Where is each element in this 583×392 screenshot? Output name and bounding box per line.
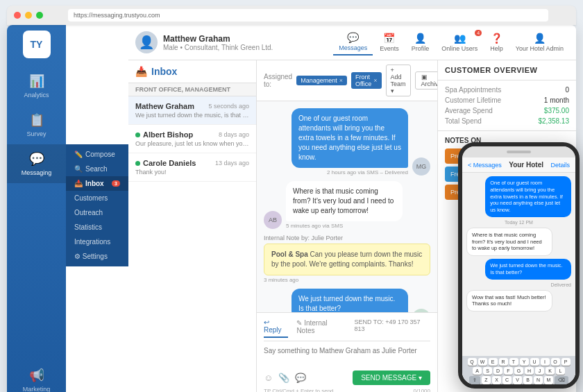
add-team-button[interactable]: + Add Team ▾ [386,65,411,96]
sidebar-sub-search[interactable]: 🔍Search [66,162,128,176]
phone-msg-1: One of our guest room attendants will br… [466,176,571,217]
kb-key-z[interactable]: Z [482,376,491,384]
url-bar[interactable]: https://messaging.trustyou.com [74,12,160,19]
phone-bubble-3: We just turned down the music. Is that b… [485,259,571,280]
msg-avatar-1: MG [412,157,430,176]
tag-frontoffice[interactable]: Front Office × [351,72,382,89]
tag-close-frontoffice[interactable]: × [373,77,377,84]
inbox-item-preview-2: Thank you! [135,169,249,176]
sidebar-item-analytics[interactable]: 📊 Analytics [7,67,66,105]
message-3-note: Internal Note by: Julie Porter Pool & Sp… [264,235,430,283]
kb-key-w[interactable]: W [478,358,487,366]
compose-icon: ✏️ [74,151,83,158]
reply-char-count: 0/1000 [414,388,430,392]
kb-key-q[interactable]: Q [468,358,477,366]
inbox-item-1[interactable]: Albert Bishop 8 days ago Our pleasure, j… [128,125,256,153]
nav-online-users[interactable]: 👥 4 Online Users [436,30,483,55]
tag-management[interactable]: Management × [296,76,347,85]
sidebar-sub-statistics[interactable]: Statistics [66,220,128,235]
kb-key-n[interactable]: N [534,376,543,384]
inbox-item-header-1: Albert Bishop 8 days ago [135,130,249,139]
phone-details[interactable]: Details [550,162,570,169]
nav-profile[interactable]: 👤 Profile [406,30,435,55]
reply-tabs: ↩ Reply ✎ Internal Notes SEND TO: +49 17… [264,318,430,341]
stat-row-lifetime: Customer Lifetime 1 month [445,96,569,104]
archive-button[interactable]: ▣ Archive [415,71,437,90]
reply-tab-notes[interactable]: ✎ Internal Notes [296,318,346,338]
reply-input[interactable] [264,346,430,365]
kb-key-v[interactable]: V [513,376,522,384]
kb-key-x[interactable]: X [492,376,501,384]
sidebar-sub-customers[interactable]: Customers [66,191,128,205]
kb-key-o[interactable]: O [551,358,560,366]
message-area: Assigned to: Management × Front Office ×… [257,60,437,392]
chat-icon[interactable]: 💬 [295,373,306,383]
kb-key-m[interactable]: M [544,376,553,384]
sidebar-sub-integrations[interactable]: Integrations [66,235,128,249]
nav-admin[interactable]: 👤 Your Hotel Admin [510,30,569,55]
kb-key-k[interactable]: K [546,367,555,375]
inbox-item-2[interactable]: Carole Daniels 13 days ago Thank you! [128,153,256,182]
kb-key-i[interactable]: I [541,358,550,366]
msg-meta-2: 5 minutes ago via SMS [286,223,403,229]
phone-time-1: Today 12 PM [466,220,571,225]
kb-key-r[interactable]: R [499,358,508,366]
kb-key-space[interactable]: space [495,386,555,389]
sidebar-item-marketing[interactable]: 📢 Marketing [7,361,66,392]
nav-messages[interactable]: 💬 Messages [333,29,373,56]
inbox-item-header-0: Mathew Graham 5 seconds ago [135,102,249,110]
kb-key-backspace[interactable]: ⌫ [555,376,568,384]
inbox-badge: 3 [112,180,120,187]
sidebar-item-messaging[interactable]: 💬 Messaging ✏️Compose 🔍Search 📥Inbox 3 C… [7,144,66,183]
kb-key-l[interactable]: L [556,367,565,375]
phone-header: < Messages Your Hotel Details [462,157,575,173]
avatar: 👤 [135,31,158,53]
reply-hint: TP Ctrl/Cmd + Enter to send. [264,388,335,392]
sidebar-item-survey[interactable]: 📋 Survey [7,105,66,144]
reply-send-to: SEND TO: +49 170 357 813 [355,318,431,338]
send-message-button[interactable]: SEND MESSAGE ▾ [353,370,430,385]
kb-key-y[interactable]: Y [520,358,529,366]
sidebar-sub-compose[interactable]: ✏️Compose [66,147,128,162]
nav-admin-label: Your Hotel Admin [516,45,564,52]
sidebar-sub-settings[interactable]: ⚙ Settings [66,249,128,264]
kb-key-shift[interactable]: ⇧ [469,376,480,384]
kb-key-u[interactable]: U [530,358,539,366]
phone-back[interactable]: < Messages [468,162,502,169]
stat-value-total-spend: $2,358.13 [539,117,570,125]
kb-key-p[interactable]: P [561,358,571,366]
kb-key-g[interactable]: G [514,367,523,375]
kb-key-f[interactable]: F [504,367,513,375]
sidebar: TY 📊 Analytics 📋 Survey 💬 Messaging ✏️Co… [7,25,66,392]
emoji-icon[interactable]: ☺ [264,373,273,383]
kb-key-j[interactable]: J [535,367,544,375]
kb-key-b[interactable]: B [523,376,532,384]
window-close-dot[interactable] [14,12,21,19]
msg-content-2: Where is that music coming from? It's ve… [286,181,403,229]
attachment-icon[interactable]: 📎 [278,373,289,383]
kb-key-t[interactable]: T [509,358,518,366]
kb-key-h[interactable]: H [525,367,534,375]
kb-key-s[interactable]: S [483,367,492,375]
window-minimize-dot[interactable] [25,12,32,19]
sidebar-sub-inbox[interactable]: 📥Inbox 3 [66,176,128,191]
kb-key-a[interactable]: A [473,367,482,375]
assign-label: Assigned to: [264,73,292,88]
phone-keyboard[interactable]: Q W E R T Y U I O P A S D F G H J K L [462,356,575,389]
stat-value-lifetime: 1 month [544,96,569,104]
tag-close-management[interactable]: × [339,77,343,84]
nav-help[interactable]: ❓ Help [484,30,509,55]
kb-key-c[interactable]: C [502,376,512,384]
nav-events[interactable]: 📅 Events [374,30,405,55]
kb-row-3: ⇧ Z X C V B N M ⌫ [464,376,574,384]
sidebar-sub-outreach[interactable]: Outreach [66,205,128,220]
reply-tab-reply[interactable]: ↩ Reply [264,318,288,338]
search-icon: 🔍 [74,165,83,173]
inbox-icon-sm: 📥 [74,180,83,187]
kb-key-d[interactable]: D [493,367,502,375]
inbox-item-0[interactable]: Mathew Graham 5 seconds ago We just turn… [128,96,256,125]
stat-row-total-spend: Total Spend $2,358.13 [445,117,569,125]
window-maximize-dot[interactable] [36,12,43,19]
kb-key-e[interactable]: E [489,358,498,366]
kb-key-globe[interactable]: 🌐 [480,386,493,389]
